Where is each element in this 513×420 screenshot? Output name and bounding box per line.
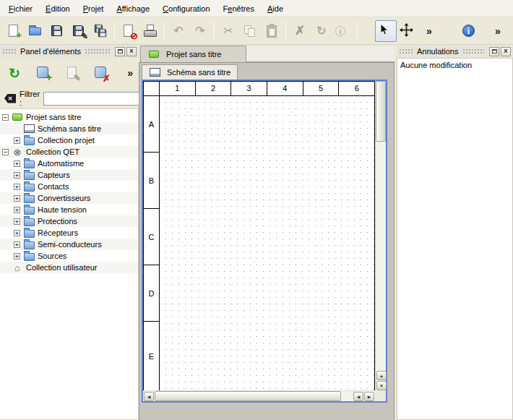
tree-item-collection-projet[interactable]: +Collection projet [0, 134, 138, 146]
print-button[interactable] [139, 20, 161, 42]
menu-aide[interactable]: Aide [261, 1, 290, 16]
mdi-area: Schéma sans titre 123456 ABCDE [139, 62, 395, 420]
tree-item-automatisme[interactable]: +Automatisme [0, 158, 138, 169]
delete-button[interactable]: ✗ [289, 20, 311, 42]
save-button[interactable] [46, 20, 68, 42]
qelectrotech-window: FichierÉditionProjetAffichageConfigurati… [0, 0, 513, 420]
overflow-chevron-icon: » [424, 23, 434, 39]
float-panel-button[interactable] [115, 47, 125, 56]
overflow-chevron-button[interactable]: » [418, 20, 440, 42]
save-all-button[interactable] [90, 20, 111, 42]
horizontal-scroll-track[interactable] [341, 391, 353, 401]
new-element-button[interactable]: + [33, 63, 53, 83]
about-info-button[interactable]: i [460, 20, 481, 42]
tree-item-convertisseurs[interactable]: +Convertisseurs [0, 192, 138, 204]
new-element-icon: + [35, 65, 51, 81]
tab-project[interactable]: Projet sans titre [140, 46, 246, 62]
toolbar-separator [214, 22, 215, 40]
rotate-button[interactable]: ↻ [311, 20, 332, 42]
scroll-up-button[interactable]: ▲ [376, 371, 387, 380]
tab-schema[interactable]: Schéma sans titre [142, 64, 238, 80]
diagram-view[interactable]: 123456 ABCDE ▲ ▼ [142, 80, 387, 403]
row-header-D: D [144, 265, 159, 322]
object-info-button[interactable]: i [332, 20, 354, 42]
tree-expander-icon[interactable]: + [14, 160, 20, 167]
menu-fichier[interactable]: Fichier [2, 1, 39, 16]
tree-item-contacts[interactable]: +Contacts [0, 181, 138, 192]
column-header-4: 4 [267, 82, 303, 95]
clear-filter-icon[interactable]: ✕ [4, 94, 16, 103]
tree-item-label: Sources [38, 252, 66, 260]
close-panel-button[interactable]: × [501, 47, 511, 56]
scroll-left-button-end[interactable]: ◀ [353, 392, 363, 401]
horizontal-scrollbar[interactable]: ◀ ◀ ▶ [143, 390, 375, 401]
menu-edition[interactable]: Édition [39, 1, 77, 16]
tree-expander-icon[interactable]: − [2, 114, 9, 121]
tree-expander-icon[interactable]: + [14, 241, 20, 248]
edit-element-button[interactable]: ✎ [62, 63, 82, 83]
scroll-right-button[interactable]: ▶ [364, 392, 374, 401]
tree-item-recepteurs[interactable]: +Récepteurs [0, 227, 138, 239]
grid-canvas[interactable] [160, 96, 374, 390]
tree-expander-icon[interactable]: + [14, 253, 20, 260]
tree-expander-icon[interactable]: − [2, 149, 9, 155]
scroll-down-button[interactable]: ▼ [376, 381, 387, 390]
edit-element-icon: ✎ [64, 65, 80, 81]
tree-expander-icon[interactable]: + [14, 137, 20, 144]
column-header-1: 1 [160, 82, 196, 95]
tree-item-capteurs[interactable]: +Capteurs [0, 169, 138, 181]
menu-affichage[interactable]: Affichage [110, 1, 156, 16]
close-panel-button[interactable]: × [126, 47, 137, 56]
menu-configuration[interactable]: Configuration [156, 1, 216, 16]
tree-item-semi-conducteurs[interactable]: +Semi-conducteurs [0, 239, 138, 250]
cut-button[interactable]: ✂ [217, 20, 239, 42]
select-mode-button[interactable] [375, 20, 397, 42]
scroll-left-button[interactable]: ◀ [144, 392, 154, 401]
project-tab-label: Projet sans titre [166, 50, 221, 59]
vertical-scroll-thumb[interactable] [376, 81, 386, 142]
delete-element-button[interactable]: ✗ [91, 63, 111, 83]
dock-grip-handle[interactable] [2, 48, 17, 54]
horizontal-scroll-thumb[interactable] [155, 391, 341, 401]
tree-item-label: Collection utilisateur [26, 263, 97, 272]
undo-panel-titlebar: Annulations × [397, 45, 513, 58]
vertical-scroll-track[interactable] [376, 142, 386, 370]
redo-button[interactable]: ↷ [189, 20, 211, 42]
elements-panel-titlebar: Panel d'éléments × [0, 45, 139, 58]
tree-expander-icon[interactable]: + [14, 172, 20, 179]
pan-mode-button[interactable] [397, 20, 418, 42]
panel-overflow-chevron[interactable]: » [127, 67, 134, 79]
tree-expander-icon[interactable]: + [14, 230, 20, 236]
save-as-button[interactable]: ✎ [68, 20, 90, 42]
tree-item-collection-utilisateur[interactable]: ⌂Collection utilisateur [0, 262, 138, 273]
paste-button[interactable] [261, 20, 283, 42]
reload-button[interactable]: ↻ [4, 63, 25, 83]
float-panel-button[interactable] [489, 47, 499, 56]
tree-item-protections[interactable]: +Protections [0, 215, 138, 227]
close-document-button[interactable]: ⊘ [118, 20, 139, 42]
tree-item-haute-tension[interactable]: +Haute tension [0, 204, 138, 215]
tree-expander-icon[interactable]: + [14, 184, 20, 190]
vertical-scrollbar[interactable]: ▲ ▼ [375, 81, 386, 390]
undo-button[interactable]: ↶ [168, 20, 189, 42]
copy-button[interactable] [239, 20, 261, 42]
menu-fenetres[interactable]: Fenêtres [217, 1, 261, 16]
tree-item-projet-sans-titre[interactable]: −Projet sans titre [0, 111, 138, 123]
open-button[interactable] [25, 20, 46, 42]
tree-expander-icon[interactable]: + [14, 207, 20, 213]
dock-grip-handle[interactable] [399, 48, 413, 54]
filter-input[interactable] [43, 92, 152, 106]
new-document-button[interactable]: + [3, 20, 25, 42]
tree-item-schema-sans-titre[interactable]: Schéma sans titre [0, 123, 138, 134]
tree-item-sources[interactable]: +Sources [0, 250, 138, 262]
menu-projet[interactable]: Projet [77, 1, 111, 16]
dock-grip-handle[interactable] [462, 48, 485, 54]
tree-item-collection-qet[interactable]: −⊗Collection QET [0, 146, 138, 158]
dock-grip-handle[interactable] [85, 48, 110, 54]
overflow-chevron-button[interactable]: » [487, 20, 509, 42]
tree-expander-icon[interactable]: + [14, 218, 20, 225]
tree-expander-icon[interactable]: + [14, 195, 20, 202]
about-info-icon: i [462, 23, 478, 39]
diagram-sheet[interactable]: 123456 ABCDE [143, 81, 375, 390]
tree-item-label: Convertisseurs [38, 194, 90, 202]
